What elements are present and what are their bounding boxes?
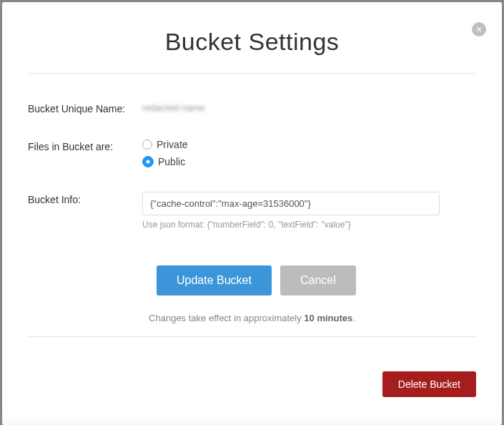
- files-privacy-label: Files in Bucket are:: [28, 139, 142, 152]
- cancel-button[interactable]: Cancel: [280, 265, 356, 295]
- radio-icon: [142, 140, 152, 150]
- close-button[interactable]: ×: [472, 22, 486, 36]
- footer-blur: [2, 415, 502, 425]
- bucket-name-value: redacted-name: [142, 102, 204, 113]
- privacy-private-option[interactable]: Private: [142, 139, 476, 150]
- effect-notice: Changes take effect in approximately 10 …: [28, 313, 476, 323]
- modal-title: Bucket Settings: [28, 28, 476, 56]
- privacy-private-label: Private: [157, 139, 188, 150]
- close-icon: ×: [476, 24, 482, 34]
- privacy-radio-group: Private Public: [142, 139, 476, 167]
- bucket-info-input[interactable]: [142, 192, 440, 215]
- update-bucket-button[interactable]: Update Bucket: [157, 265, 272, 295]
- delete-bucket-button[interactable]: Delete Bucket: [382, 371, 476, 397]
- privacy-public-label: Public: [158, 156, 185, 167]
- bucket-info-hint: Use json format: {"numberField": 0, "tex…: [142, 220, 476, 230]
- bucket-name-label: Bucket Unique Name:: [28, 101, 142, 114]
- divider: [28, 336, 476, 337]
- privacy-public-option[interactable]: Public: [142, 156, 476, 167]
- bucket-settings-modal: × Bucket Settings Bucket Unique Name: re…: [2, 2, 502, 425]
- radio-icon: [142, 156, 154, 167]
- bucket-info-label: Bucket Info:: [28, 192, 142, 205]
